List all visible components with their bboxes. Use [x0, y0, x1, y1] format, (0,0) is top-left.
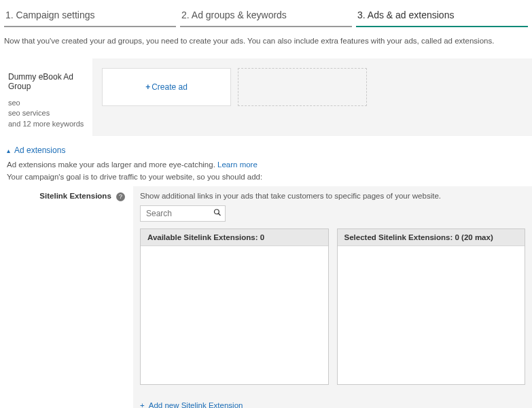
create-ad-label: Create ad — [152, 82, 188, 92]
selected-sitelinks-list — [338, 246, 525, 384]
ad-extensions-toggle[interactable]: ▴Ad extensions — [0, 136, 532, 158]
help-icon[interactable]: ? — [116, 192, 125, 201]
create-ad-link[interactable]: +Create ad — [145, 82, 188, 92]
add-new-sitelink-label: Add new Sitelink Extension — [149, 401, 243, 408]
ad-placeholder-card — [238, 68, 367, 106]
wizard-steps: 1. Campaign settings 2. Ad groups & keyw… — [0, 0, 532, 27]
campaign-goal-text: Your campaign's goal is to drive traffic… — [0, 170, 532, 186]
available-sitelinks-header: Available Sitelink Extensions: 0 — [141, 229, 328, 246]
sitelink-extensions-label: Sitelink Extensions — [39, 192, 111, 200]
sitelink-row: Sitelink Extensions ? Show additional li… — [0, 186, 532, 408]
add-new-sitelink-link[interactable]: +Add new Sitelink Extension — [140, 401, 525, 408]
ad-extensions-description: Ad extensions make your ads larger and m… — [0, 158, 532, 170]
ad-section: Dummy eBook Ad Group seo seo services an… — [0, 58, 532, 136]
intro-text: Now that you've created your ad groups, … — [0, 27, 532, 52]
sitelink-label-column: Sitelink Extensions ? — [0, 186, 133, 408]
sitelink-body: Show additional links in your ads that t… — [133, 186, 532, 408]
step-ads-extensions[interactable]: 3. Ads & ad extensions — [356, 5, 528, 27]
adgroup-keyword-line: seo — [8, 98, 88, 108]
step-campaign-settings[interactable]: 1. Campaign settings — [4, 5, 176, 27]
adgroup-title: Dummy eBook Ad Group — [8, 72, 88, 91]
create-ad-card[interactable]: +Create ad — [102, 68, 231, 106]
adgroup-keyword-more: and 12 more keywords — [8, 119, 88, 129]
available-sitelinks-panel: Available Sitelink Extensions: 0 — [140, 228, 329, 385]
ad-extensions-label: Ad extensions — [14, 146, 65, 155]
learn-more-link[interactable]: Learn more — [217, 160, 258, 169]
sitelink-panels: Available Sitelink Extensions: 0 Selecte… — [140, 228, 525, 385]
adgroup-keyword-line: seo services — [8, 108, 88, 118]
plus-icon: + — [145, 82, 150, 92]
adgroup-column: Dummy eBook Ad Group seo seo services an… — [0, 58, 92, 136]
ad-cards-area: +Create ad — [92, 58, 532, 136]
chevron-up-icon: ▴ — [7, 147, 10, 154]
search-input[interactable] — [140, 205, 226, 222]
plus-icon: + — [140, 401, 145, 408]
selected-sitelinks-panel: Selected Sitelink Extensions: 0 (20 max) — [337, 228, 526, 385]
search-wrap — [140, 205, 226, 222]
sitelink-hint: Show additional links in your ads that t… — [140, 192, 525, 200]
available-sitelinks-list — [141, 246, 328, 384]
selected-sitelinks-header: Selected Sitelink Extensions: 0 (20 max) — [338, 229, 525, 246]
step-adgroups-keywords[interactable]: 2. Ad groups & keywords — [180, 5, 352, 27]
